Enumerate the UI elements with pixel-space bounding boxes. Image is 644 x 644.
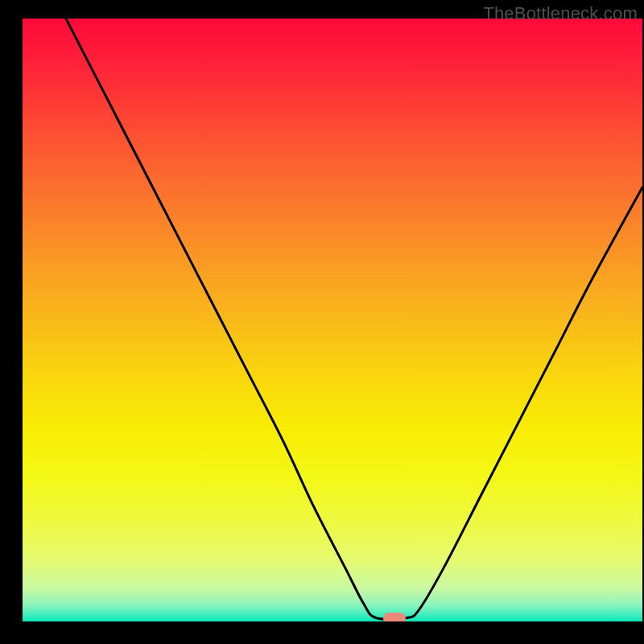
chart-frame: TheBottleneck.com [0, 0, 644, 644]
plot-svg [23, 19, 642, 621]
watermark-text: TheBottleneck.com [483, 3, 638, 24]
gradient-background [23, 19, 642, 621]
plot-area [23, 19, 642, 621]
optimal-point-marker [383, 613, 406, 622]
